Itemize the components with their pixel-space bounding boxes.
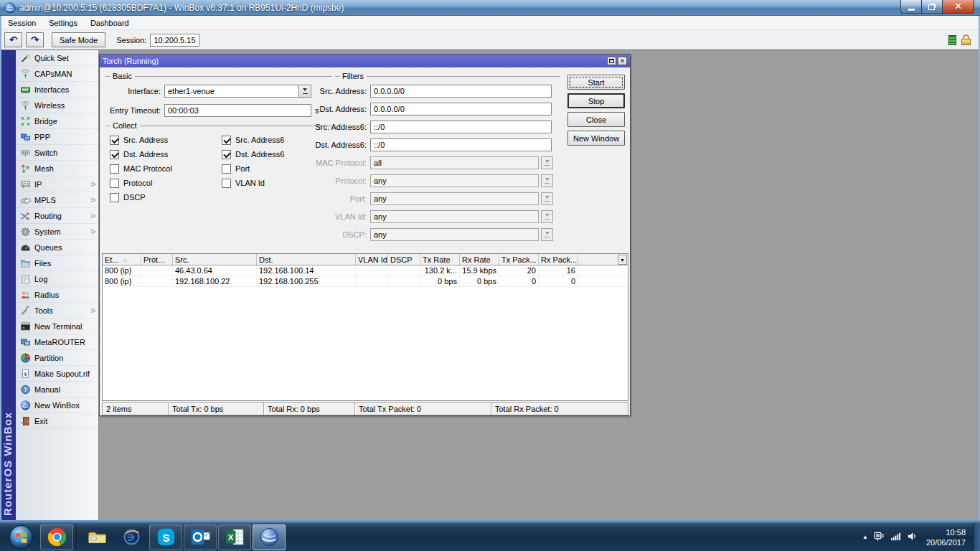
sidebar-item-bridge[interactable]: Bridge: [16, 113, 98, 129]
filter-input[interactable]: ::/0: [370, 121, 552, 133]
sidebar-item-capsman[interactable]: CAPsMAN: [16, 66, 98, 82]
start-button[interactable]: Start: [567, 75, 625, 90]
menu-settings[interactable]: Settings: [42, 16, 84, 30]
sidebar-item-ppp[interactable]: PPP: [16, 129, 98, 145]
network-plug-icon[interactable]: [874, 531, 885, 543]
close-button[interactable]: Close: [567, 112, 625, 127]
sidebar-item-make-supout-rif[interactable]: Make Supout.rif: [16, 366, 98, 382]
sidebar-item-files[interactable]: Files: [16, 255, 98, 271]
filter-input[interactable]: 0.0.0.0/0: [370, 85, 552, 98]
taskbar-start-button[interactable]: [3, 524, 39, 550]
filter-input[interactable]: 0.0.0.0/0: [370, 103, 552, 116]
sidebar-item-exit[interactable]: Exit: [16, 413, 98, 429]
taskbar-internet-explorer-icon[interactable]: [115, 524, 148, 550]
submenu-arrow-icon: ▷: [92, 197, 96, 203]
sidebar-item-switch[interactable]: Switch: [16, 145, 98, 161]
checkbox-checked-icon[interactable]: [222, 136, 231, 145]
entry-timeout-input[interactable]: 00:00:03: [164, 104, 311, 117]
sidebar-item-system[interactable]: System▷: [16, 224, 98, 240]
menu-session[interactable]: Session: [1, 16, 42, 30]
column-header-rx-rate[interactable]: Rx Rate: [460, 254, 499, 265]
sidebar-item-mpls[interactable]: MPLS▷: [16, 192, 98, 208]
collect-option-protocol[interactable]: Protocol: [110, 176, 152, 189]
sidebar-item-quick-set[interactable]: Quick Set: [16, 50, 98, 66]
column-header-dscp[interactable]: DSCP: [388, 254, 420, 265]
sidebar-item-mesh[interactable]: Mesh: [16, 161, 98, 176]
taskbar-explorer-icon[interactable]: [80, 524, 113, 550]
sidebar-item-new-winbox[interactable]: New WinBox: [16, 397, 98, 413]
checkbox-icon[interactable]: [222, 164, 231, 174]
collect-option-src-address6[interactable]: Src. Address6: [222, 133, 284, 146]
checkbox-label: MAC Protocol: [123, 164, 172, 173]
show-desktop-button[interactable]: [973, 523, 980, 551]
partition-icon: [19, 353, 31, 363]
torch-titlebar[interactable]: Torch (Running) ✕: [100, 55, 630, 67]
column-header-vlan-id[interactable]: VLAN Id: [356, 254, 388, 265]
column-selector-dropdown-icon[interactable]: ▼: [618, 255, 627, 265]
filter-input[interactable]: ::/0: [370, 138, 552, 151]
checkbox-checked-icon[interactable]: [110, 136, 119, 145]
collect-option-src-address[interactable]: Src. Address: [110, 133, 168, 146]
safe-mode-button[interactable]: Safe Mode: [52, 32, 105, 47]
collect-option-dst-address[interactable]: Dst. Address: [110, 148, 168, 161]
checkbox-icon[interactable]: [222, 179, 231, 188]
interface-combobox[interactable]: ether1-venue: [164, 85, 299, 98]
session-input[interactable]: 10.200.5.15: [150, 34, 199, 47]
sidebar-item-manual[interactable]: ?Manual: [16, 382, 98, 397]
sidebar-item-new-terminal[interactable]: >_New Terminal: [16, 319, 98, 334]
restore-button[interactable]: [921, 0, 943, 14]
svg-text:S: S: [162, 532, 169, 544]
taskbar-outlook-icon[interactable]: [184, 524, 217, 550]
checkbox-checked-icon[interactable]: [222, 150, 231, 159]
collect-option-port[interactable]: Port: [222, 162, 250, 175]
collect-option-vlan-id[interactable]: VLAN Id: [222, 176, 265, 189]
taskbar-chrome-icon[interactable]: [40, 524, 73, 550]
column-header-tx-rate[interactable]: Tx Rate: [420, 254, 460, 265]
sidebar-item-interfaces[interactable]: Interfaces: [16, 82, 98, 98]
column-header-et[interactable]: Et...△: [103, 254, 141, 265]
sidebar-item-routing[interactable]: Routing▷: [16, 208, 98, 224]
taskbar-excel-icon[interactable]: X: [218, 524, 251, 550]
sidebar-item-metarouter[interactable]: MetaROUTER: [16, 334, 98, 350]
column-header-rx-pack[interactable]: Rx Pack...: [539, 254, 578, 265]
close-button[interactable]: ✕: [942, 0, 974, 14]
tray-clock[interactable]: 10:58 20/06/2017: [926, 527, 966, 547]
signal-strength-icon[interactable]: [890, 531, 901, 543]
collect-option-dst-address6[interactable]: Dst. Address6: [222, 148, 284, 161]
log-icon: [19, 274, 31, 284]
sidebar-item-log[interactable]: Log: [16, 271, 98, 287]
table-row[interactable]: 800 (ip)46.43.0.64192.168.100.14130.2 k.…: [103, 265, 628, 276]
menu-dashboard[interactable]: Dashboard: [84, 16, 136, 30]
checkbox-icon[interactable]: [110, 193, 119, 202]
svg-text:X: X: [227, 532, 233, 542]
sidebar-item-tools[interactable]: Tools▷: [16, 303, 98, 319]
new-window-button[interactable]: New Window: [567, 131, 625, 146]
sidebar-item-partition[interactable]: Partition: [16, 350, 98, 366]
speaker-icon[interactable]: [907, 531, 918, 543]
collect-option-dscp[interactable]: DSCP: [110, 191, 146, 204]
torch-maximize-button[interactable]: [607, 57, 616, 65]
torch-close-button[interactable]: ✕: [618, 57, 627, 65]
statusbar-cell: Total Tx: 0 bps: [169, 403, 264, 415]
sidebar-item-queues[interactable]: Queues: [16, 240, 98, 255]
sidebar-item-ip[interactable]: 255IP▷: [16, 176, 98, 192]
table-row[interactable]: 800 (ip)192.168.100.22192.168.100.2550 b…: [103, 276, 628, 287]
column-header-prot[interactable]: Prot...: [141, 254, 173, 265]
column-header-dst[interactable]: Dst.: [257, 254, 356, 265]
column-header-src[interactable]: Src.: [173, 254, 257, 265]
gear-icon: [19, 227, 31, 237]
checkbox-icon[interactable]: [110, 164, 119, 174]
checkbox-checked-icon[interactable]: [110, 150, 119, 159]
minimize-button[interactable]: [900, 0, 922, 14]
collect-option-mac-protocol[interactable]: MAC Protocol: [110, 162, 172, 175]
undo-button[interactable]: ↶: [4, 32, 22, 47]
taskbar-winbox-icon[interactable]: [253, 524, 286, 550]
stop-button[interactable]: Stop: [567, 93, 625, 108]
tray-expand-icon[interactable]: ▲: [862, 534, 868, 540]
column-header-tx-pack[interactable]: Tx Pack...: [499, 254, 539, 265]
taskbar-skype-icon[interactable]: S: [149, 524, 182, 550]
checkbox-icon[interactable]: [110, 179, 119, 188]
redo-button[interactable]: ↷: [26, 32, 44, 47]
sidebar-item-wireless[interactable]: Wireless: [16, 98, 98, 113]
sidebar-item-radius[interactable]: Radius: [16, 287, 98, 303]
